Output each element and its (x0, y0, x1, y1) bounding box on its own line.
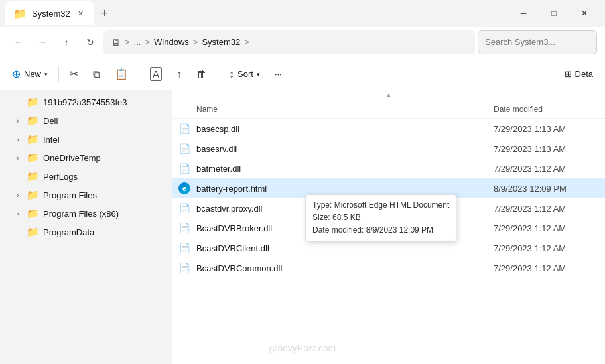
file-row-selected[interactable]: e battery-report.html 8/9/2023 12:09 PM … (172, 178, 605, 198)
file-date: 7/29/2023 1:12 AM (494, 243, 600, 253)
active-tab[interactable]: 📁 System32 ✕ (5, 1, 94, 25)
col-date-header[interactable]: Date modified (494, 105, 600, 114)
paste-button[interactable]: 📋 (108, 63, 135, 86)
folder-icon: 📁 (27, 226, 39, 238)
folder-icon: 📁 (27, 133, 39, 145)
computer-icon: 🖥 (111, 37, 121, 48)
window-controls: ─ □ ✕ (508, 3, 600, 24)
address-bar: ← → ↑ ↻ 🖥 > ... > Windows > System32 > (0, 27, 605, 58)
file-date: 7/29/2023 1:13 AM (494, 144, 600, 154)
dll-icon: 📄 (178, 142, 191, 155)
cut-button[interactable]: ✂ (63, 63, 85, 86)
share-button[interactable]: ↑ (170, 63, 188, 86)
file-name: batmeter.dll (196, 164, 494, 174)
paste-icon: 📋 (115, 68, 128, 80)
column-headers: Name Date modified (172, 100, 605, 119)
toolbar-separator-3 (218, 66, 218, 82)
file-name: battery-report.html (196, 184, 494, 194)
forward-button[interactable]: → (32, 32, 53, 53)
search-input[interactable] (478, 30, 597, 54)
file-name: basesrv.dll (196, 144, 494, 154)
file-date: 7/29/2023 1:12 AM (494, 164, 600, 174)
folder-item-onedrivetemp[interactable]: › 📁 OneDriveTemp (3, 149, 169, 167)
scroll-up-indicator: ▲ (172, 90, 605, 100)
maximize-button[interactable]: □ (539, 3, 569, 24)
close-button[interactable]: ✕ (569, 3, 600, 24)
folder-icon: 📁 (27, 115, 39, 127)
expand-arrow: › (13, 136, 23, 143)
share-icon: ↑ (176, 68, 182, 80)
col-name-header[interactable]: Name (178, 105, 494, 114)
breadcrumb-system32[interactable]: System32 (202, 37, 240, 47)
dll-icon: 📄 (178, 162, 191, 175)
new-dropdown-icon: ▾ (44, 71, 48, 78)
tooltip-size: Size: 68.5 KB (312, 212, 449, 224)
dll-icon: 📄 (178, 261, 191, 274)
file-name: BcastDVRCommon.dll (196, 263, 494, 273)
cut-icon: ✂ (70, 68, 78, 80)
folder-item-intel[interactable]: › 📁 Intel (3, 130, 169, 149)
rename-button[interactable]: A (143, 63, 168, 86)
copy-button[interactable]: ⧉ (86, 63, 107, 86)
file-tooltip: Type: Microsoft Edge HTML Document Size:… (305, 194, 456, 242)
new-label: New (24, 69, 41, 79)
expand-arrow: › (13, 154, 23, 162)
folder-item-program-files[interactable]: › 📁 Program Files (3, 186, 169, 204)
file-row[interactable]: 📄 batmeter.dll 7/29/2023 1:12 AM (172, 158, 605, 178)
left-panel: 📁 191b972a3574553fe3 › 📁 Dell › 📁 Intel … (0, 90, 172, 364)
folder-icon: 📁 (27, 208, 39, 219)
folder-item-191b[interactable]: 📁 191b972a3574553fe3 (3, 93, 169, 111)
file-row[interactable]: 📄 basesrv.dll 7/29/2023 1:13 AM (172, 139, 605, 158)
more-options-button[interactable]: ··· (268, 63, 289, 86)
folder-name: OneDriveTemp (43, 153, 101, 163)
folder-item-perflogs[interactable]: 📁 PerfLogs (3, 167, 169, 186)
refresh-button[interactable]: ↻ (80, 32, 101, 53)
detail-pane-icon: ⊞ (565, 69, 572, 79)
up-button[interactable]: ↑ (56, 32, 77, 53)
breadcrumb[interactable]: 🖥 > ... > Windows > System32 > (103, 30, 475, 54)
file-row[interactable]: 📄 basecsp.dll 7/29/2023 1:13 AM (172, 119, 605, 139)
delete-button[interactable]: 🗑 (190, 63, 214, 86)
file-date: 7/29/2023 1:12 AM (494, 263, 600, 273)
dll-icon: 📄 (178, 221, 191, 235)
rename-icon: A (150, 67, 162, 81)
folder-name: Intel (43, 135, 60, 145)
folder-icon: 📁 (27, 189, 39, 201)
detail-pane-button[interactable]: ⊞ Deta (558, 63, 600, 86)
dll-icon: 📄 (178, 202, 191, 215)
folder-icon: 📁 (27, 96, 39, 108)
folder-icon: 📁 (27, 152, 39, 164)
new-tab-button[interactable]: + (94, 3, 115, 24)
file-date: 7/29/2023 1:12 AM (494, 223, 600, 233)
toolbar-separator-4 (293, 66, 293, 82)
folder-item-dell[interactable]: › 📁 Dell (3, 111, 169, 130)
breadcrumb-windows[interactable]: Windows (154, 37, 189, 47)
minimize-button[interactable]: ─ (508, 3, 539, 24)
new-icon: ⊕ (12, 68, 21, 80)
back-button[interactable]: ← (8, 32, 29, 53)
toolbar-separator-2 (139, 66, 139, 82)
folder-name: Program Files (x86) (43, 209, 119, 219)
title-bar: 📁 System32 ✕ + ─ □ ✕ (0, 0, 605, 27)
detail-pane-label: Deta (575, 69, 593, 79)
folder-name: Dell (43, 116, 58, 126)
breadcrumb-dots[interactable]: ... (134, 37, 141, 47)
expand-arrow: › (13, 210, 23, 217)
file-row[interactable]: 📄 BcastDVRCommon.dll 7/29/2023 1:12 AM (172, 258, 605, 278)
right-panel: ▲ Name Date modified 📄 basecsp.dll 7/29/… (172, 90, 605, 364)
tab-close-button[interactable]: ✕ (76, 8, 86, 19)
expand-arrow: › (13, 192, 23, 199)
tooltip-modified: Date modified: 8/9/2023 12:09 PM (312, 224, 449, 237)
folder-icon: 📁 (27, 170, 39, 182)
folder-item-programdata[interactable]: 📁 ProgramData (3, 223, 169, 241)
dll-icon: 📄 (178, 241, 191, 255)
new-button[interactable]: ⊕ New ▾ (5, 63, 54, 86)
folder-item-program-files-x86[interactable]: › 📁 Program Files (x86) (3, 204, 169, 223)
main-content: 📁 191b972a3574553fe3 › 📁 Dell › 📁 Intel … (0, 90, 605, 364)
file-name: BcastDVRClient.dll (196, 243, 494, 253)
file-name: basecsp.dll (196, 124, 494, 134)
delete-icon: 🗑 (196, 68, 207, 80)
toolbar: ⊕ New ▾ ✂ ⧉ 📋 A ↑ 🗑 ↕ Sort ▾ ··· ⊞ Deta (0, 58, 605, 90)
sort-button[interactable]: ↕ Sort ▾ (222, 63, 267, 86)
more-icon: ··· (275, 69, 282, 79)
